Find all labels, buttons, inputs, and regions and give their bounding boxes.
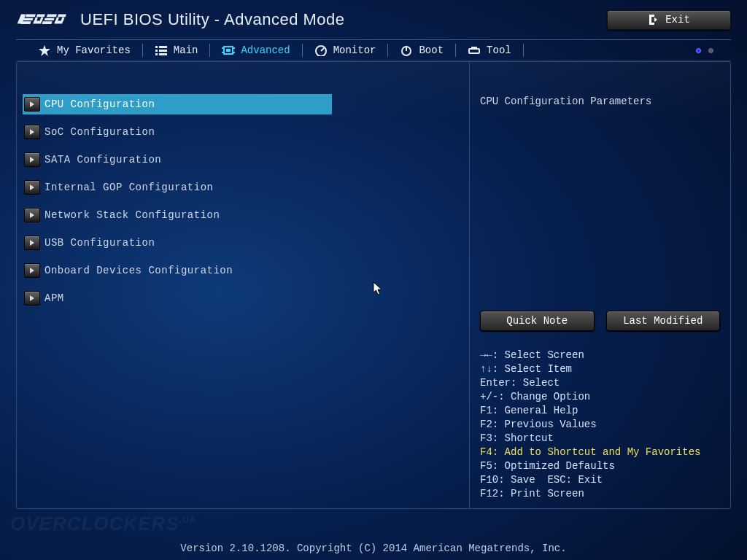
tab-label: Advanced bbox=[241, 44, 290, 56]
exit-button[interactable]: Exit bbox=[607, 10, 731, 30]
chip-icon bbox=[222, 44, 235, 56]
key-help: →←: Select Screen ↑↓: Select Item Enter:… bbox=[480, 349, 720, 501]
menu-item-internal-gop-configuration[interactable]: Internal GOP Configuration bbox=[23, 177, 332, 198]
menu-item-onboard-devices-configuration[interactable]: Onboard Devices Configuration bbox=[23, 260, 332, 281]
tab-label: Boot bbox=[419, 44, 444, 56]
menu-item-label: APM bbox=[44, 292, 64, 304]
menu-item-label: Internal GOP Configuration bbox=[44, 182, 213, 193]
tool-icon bbox=[468, 44, 481, 56]
page-dot bbox=[708, 48, 713, 53]
svg-rect-9 bbox=[44, 18, 55, 20]
svg-rect-17 bbox=[159, 46, 167, 48]
quick-note-button[interactable]: Quick Note bbox=[480, 311, 595, 331]
tab-main[interactable]: Main bbox=[147, 40, 206, 61]
svg-rect-10 bbox=[42, 21, 52, 24]
svg-rect-6 bbox=[34, 18, 38, 21]
exit-label: Exit bbox=[665, 14, 690, 26]
tab-label: Main bbox=[174, 44, 198, 56]
submenu-arrow-icon bbox=[24, 208, 40, 222]
svg-rect-5 bbox=[33, 21, 42, 24]
menu-item-sata-configuration[interactable]: SATA Configuration bbox=[23, 149, 332, 170]
svg-rect-19 bbox=[159, 50, 167, 52]
tab-label: Tool bbox=[487, 44, 511, 56]
submenu-arrow-icon bbox=[24, 291, 40, 306]
svg-rect-21 bbox=[159, 53, 167, 55]
list-icon bbox=[155, 44, 168, 56]
menu-item-soc-configuration[interactable]: SoC Configuration bbox=[23, 122, 332, 142]
submenu-arrow-icon bbox=[24, 263, 40, 278]
watermark: OVERCLOCKERS.UA bbox=[10, 513, 196, 535]
svg-rect-3 bbox=[20, 21, 31, 24]
menu-item-usb-configuration[interactable]: USB Configuration bbox=[23, 233, 332, 253]
menu-item-label: Network Stack Configuration bbox=[44, 209, 220, 221]
footer-text: Version 2.10.1208. Copyright (C) 2014 Am… bbox=[0, 542, 747, 554]
svg-rect-14 bbox=[61, 18, 64, 21]
svg-rect-2 bbox=[23, 18, 34, 20]
tab-label: Monitor bbox=[333, 44, 376, 56]
tab-monitor[interactable]: Monitor bbox=[307, 40, 384, 61]
svg-marker-15 bbox=[39, 45, 50, 56]
svg-rect-18 bbox=[155, 50, 158, 52]
svg-rect-8 bbox=[47, 14, 57, 17]
svg-rect-13 bbox=[55, 18, 59, 21]
mouse-cursor bbox=[373, 281, 383, 296]
svg-rect-20 bbox=[155, 53, 158, 55]
submenu-arrow-icon bbox=[24, 180, 40, 195]
svg-rect-4 bbox=[36, 14, 45, 17]
menu-item-label: USB Configuration bbox=[44, 237, 155, 249]
svg-rect-7 bbox=[39, 18, 43, 21]
submenu-arrow-icon bbox=[24, 125, 40, 139]
last-modified-button[interactable]: Last Modified bbox=[606, 311, 721, 331]
svg-line-29 bbox=[321, 48, 324, 51]
svg-rect-32 bbox=[469, 49, 479, 53]
svg-rect-16 bbox=[155, 46, 158, 48]
submenu-arrow-icon bbox=[24, 97, 40, 112]
page-dots bbox=[696, 48, 713, 53]
menu-item-label: Onboard Devices Configuration bbox=[44, 265, 233, 276]
star-icon bbox=[38, 44, 51, 56]
menu-item-label: CPU Configuration bbox=[44, 98, 155, 110]
help-title: CPU Configuration Parameters bbox=[480, 96, 720, 107]
tab-bar: My FavoritesMainAdvancedMonitorBootTool bbox=[16, 39, 731, 61]
menu-item-apm[interactable]: APM bbox=[23, 288, 332, 308]
menu-item-cpu-configuration[interactable]: CPU Configuration bbox=[23, 94, 332, 114]
svg-rect-1 bbox=[26, 14, 36, 17]
svg-rect-12 bbox=[54, 21, 63, 24]
menu-item-label: SoC Configuration bbox=[44, 126, 155, 138]
tab-my favorites[interactable]: My Favorites bbox=[31, 40, 138, 61]
submenu-arrow-icon bbox=[24, 152, 40, 167]
svg-rect-33 bbox=[471, 47, 477, 49]
asus-logo bbox=[16, 9, 67, 30]
power-icon bbox=[400, 44, 413, 56]
menu-list: CPU Configuration SoC Configuration SATA… bbox=[17, 62, 469, 508]
menu-item-label: SATA Configuration bbox=[44, 154, 161, 166]
help-panel: CPU Configuration Parameters Quick Note … bbox=[469, 62, 730, 508]
tab-tool[interactable]: Tool bbox=[460, 40, 519, 61]
tab-boot[interactable]: Boot bbox=[392, 40, 451, 61]
page-dot-active bbox=[696, 48, 701, 53]
tab-advanced[interactable]: Advanced bbox=[214, 40, 297, 61]
menu-item-network-stack-configuration[interactable]: Network Stack Configuration bbox=[23, 205, 332, 225]
svg-rect-23 bbox=[226, 49, 231, 52]
gauge-icon bbox=[314, 44, 328, 56]
tab-label: My Favorites bbox=[57, 44, 131, 56]
submenu-arrow-icon bbox=[24, 236, 40, 250]
svg-rect-11 bbox=[58, 14, 66, 17]
page-title: UEFI BIOS Utility - Advanced Mode bbox=[80, 10, 345, 29]
exit-icon bbox=[648, 14, 658, 26]
